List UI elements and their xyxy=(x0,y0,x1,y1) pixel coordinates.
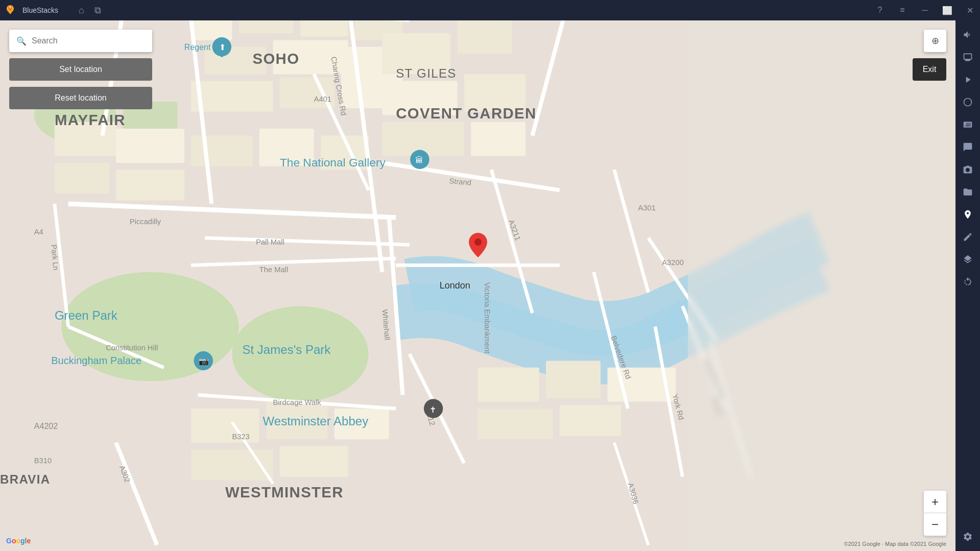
svg-rect-7 xyxy=(300,20,348,37)
sidebar-screenshot-icon[interactable] xyxy=(958,159,978,180)
zoom-in-button[interactable]: + xyxy=(924,491,946,513)
zoom-out-button[interactable]: − xyxy=(924,513,946,536)
window-controls: ? ≡ ─ ⬜ ✕ xyxy=(870,0,980,20)
svg-point-115 xyxy=(474,238,482,246)
svg-text:Birdcage Walk: Birdcage Walk xyxy=(273,398,322,406)
maximize-button[interactable]: ⬜ xyxy=(937,0,958,20)
sidebar-settings-icon[interactable] xyxy=(958,526,978,547)
sidebar-rotate-icon[interactable] xyxy=(958,272,978,292)
svg-text:A401: A401 xyxy=(314,95,331,103)
svg-text:Pall Mall: Pall Mall xyxy=(256,238,284,246)
svg-text:⬆: ⬆ xyxy=(219,42,226,52)
svg-text:Green Park: Green Park xyxy=(55,308,118,322)
svg-rect-6 xyxy=(239,20,294,33)
app-name-label: BlueStacks xyxy=(22,6,58,14)
svg-text:🏛: 🏛 xyxy=(415,155,423,164)
locate-me-button[interactable]: ⊕ xyxy=(924,30,946,52)
minimize-button[interactable]: ─ xyxy=(915,0,935,20)
sidebar-pencil-icon[interactable] xyxy=(958,227,978,247)
sidebar-volume-icon[interactable] xyxy=(958,25,978,45)
svg-text:✝: ✝ xyxy=(429,405,436,414)
svg-text:B323: B323 xyxy=(232,433,249,441)
city-label: London xyxy=(440,280,470,291)
sidebar-folder-icon[interactable] xyxy=(958,182,978,202)
close-button[interactable]: ✕ xyxy=(960,0,980,20)
svg-rect-33 xyxy=(546,361,601,399)
search-input[interactable] xyxy=(32,36,145,45)
svg-text:MAYFAIR: MAYFAIR xyxy=(55,111,126,128)
svg-text:B310: B310 xyxy=(34,457,52,465)
map-container[interactable]: A40 A201 Margaret St Oxford St Regent St… xyxy=(0,20,955,551)
svg-text:St James's Park: St James's Park xyxy=(242,343,331,356)
set-location-button[interactable]: Set location xyxy=(9,58,152,81)
search-box[interactable]: 🔍 xyxy=(9,30,152,52)
sidebar-layers2-icon[interactable] xyxy=(958,249,978,270)
zoom-controls: + − xyxy=(924,491,946,536)
crosshair-icon: ⊕ xyxy=(931,35,939,46)
svg-text:Victoria Embankment: Victoria Embankment xyxy=(483,282,491,353)
sidebar-location-icon[interactable] xyxy=(958,204,978,225)
svg-text:A301: A301 xyxy=(638,204,656,212)
svg-rect-19 xyxy=(471,122,525,156)
svg-rect-21 xyxy=(55,163,109,194)
svg-text:A4: A4 xyxy=(34,228,43,236)
svg-text:Westminster Abbey: Westminster Abbey xyxy=(263,414,369,428)
sidebar-circle-icon[interactable] xyxy=(958,92,978,112)
svg-text:ST GILES: ST GILES xyxy=(396,66,457,80)
svg-text:WESTMINSTER: WESTMINSTER xyxy=(225,484,344,500)
svg-rect-5 xyxy=(191,20,232,40)
exit-button[interactable]: Exit xyxy=(913,58,946,81)
sidebar-play-icon[interactable] xyxy=(958,69,978,90)
svg-rect-32 xyxy=(478,368,539,402)
svg-rect-15 xyxy=(457,20,512,54)
help-icon[interactable]: ? xyxy=(870,0,890,20)
svg-text:Piccadilly: Piccadilly xyxy=(130,218,161,226)
svg-rect-35 xyxy=(478,409,553,439)
svg-rect-11 xyxy=(191,81,273,112)
bluestacks-logo xyxy=(0,0,20,20)
sidebar-media-icon[interactable] xyxy=(958,137,978,157)
svg-text:📷: 📷 xyxy=(199,356,209,366)
menu-icon[interactable]: ≡ xyxy=(892,0,913,20)
svg-text:Constitution Hill: Constitution Hill xyxy=(106,344,158,352)
svg-text:Buckingham Palace: Buckingham Palace xyxy=(51,355,141,366)
sidebar-keyboard-icon[interactable] xyxy=(958,114,978,135)
svg-text:The National Gallery: The National Gallery xyxy=(280,156,386,169)
layers-icon[interactable]: ⧉ xyxy=(94,5,101,16)
copyright-text: ©2021 Google · Map data ©2021 Google xyxy=(844,541,946,547)
sidebar-screen-icon[interactable] xyxy=(958,47,978,67)
svg-rect-24 xyxy=(191,135,252,166)
svg-text:SOHO: SOHO xyxy=(252,50,299,67)
search-icon: 🔍 xyxy=(16,36,27,46)
titlebar-nav: ⌂ ⧉ xyxy=(79,5,101,16)
location-pin xyxy=(469,233,487,259)
svg-text:COVENT GARDEN: COVENT GARDEN xyxy=(396,105,536,122)
titlebar: BlueStacks ⌂ ⧉ ? ≡ ─ ⬜ ✕ xyxy=(0,0,980,20)
svg-text:The Mall: The Mall xyxy=(259,266,288,274)
svg-text:A4202: A4202 xyxy=(34,421,58,430)
svg-rect-22 xyxy=(116,129,184,163)
home-icon[interactable]: ⌂ xyxy=(79,5,84,16)
reset-location-button[interactable]: Reset location xyxy=(9,87,152,109)
svg-text:A3200: A3200 xyxy=(662,258,683,267)
svg-rect-36 xyxy=(560,405,621,436)
svg-point-116 xyxy=(964,99,972,106)
svg-rect-31 xyxy=(280,446,348,477)
map-blur-overlay xyxy=(688,20,955,551)
right-sidebar xyxy=(955,20,980,551)
svg-rect-23 xyxy=(116,170,184,200)
google-logo: Google xyxy=(6,537,31,545)
svg-text:BRAVIA: BRAVIA xyxy=(0,472,50,486)
